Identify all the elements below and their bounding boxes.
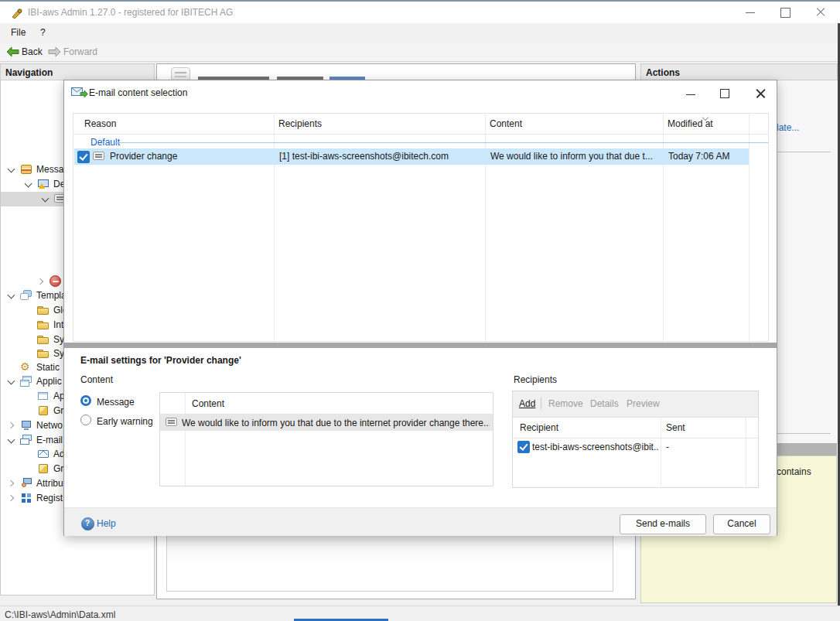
- menu-help[interactable]: ?: [36, 27, 50, 40]
- email-icon: [20, 434, 32, 446]
- message-icon: [166, 416, 178, 428]
- toolbar-separator: [541, 398, 541, 409]
- forward-arrow-icon: [48, 46, 61, 58]
- radio-message-label[interactable]: Message: [97, 397, 135, 408]
- app-window-icon: [37, 390, 50, 402]
- red-minus-icon: [50, 275, 62, 288]
- column-header-content[interactable]: Content: [490, 118, 522, 129]
- folder-icon: [37, 347, 50, 360]
- remove-button[interactable]: Remove: [548, 398, 583, 409]
- column-header-reason[interactable]: Reason: [84, 118, 116, 129]
- radio-message[interactable]: [80, 395, 91, 406]
- expand-chevron-icon[interactable]: [7, 494, 15, 502]
- static-icon: [20, 361, 32, 374]
- dialog-minimize-button[interactable]: [678, 83, 704, 104]
- expand-chevron-icon[interactable]: [7, 421, 15, 429]
- app-window: IBI-aws Admin 1.27.0 - registered for IB…: [0, 0, 840, 621]
- splitter-handle[interactable]: [64, 343, 777, 348]
- send-emails-button[interactable]: Send e-mails: [620, 514, 706, 534]
- navigation-panel-header: Navigation: [0, 63, 155, 80]
- tree-item-label: Templa: [36, 290, 67, 301]
- back-button[interactable]: Back: [22, 46, 43, 57]
- status-bar: C:\IBI-aws\Admin\Data.xml: [0, 606, 840, 621]
- header-divider: [73, 134, 768, 135]
- help-icon[interactable]: [81, 517, 94, 531]
- collapse-chevron-icon[interactable]: [7, 436, 15, 444]
- expand-chevron-icon[interactable]: [7, 479, 15, 487]
- collapse-chevron-icon[interactable]: [7, 292, 15, 299]
- column-divider[interactable]: [749, 114, 750, 343]
- cell-modified: Today 7:06 AM: [668, 151, 748, 162]
- email-selection-icon: [71, 87, 88, 99]
- email-content-selection-dialog: E-mail content selection Reason Recipien…: [63, 80, 777, 536]
- email-reasons-list[interactable]: Reason Recipients Content Modified at De…: [73, 113, 769, 342]
- collapse-chevron-icon[interactable]: [7, 165, 15, 173]
- folder-icon: [37, 304, 50, 316]
- cancel-button[interactable]: Cancel: [713, 514, 770, 534]
- content-table-header[interactable]: Content: [192, 398, 224, 409]
- content-row-text: We would like to inform you that due to …: [182, 418, 490, 428]
- titlebar[interactable]: IBI-aws Admin 1.27.0 - registered for IB…: [0, 2, 840, 23]
- close-button[interactable]: [803, 2, 838, 23]
- minimize-button[interactable]: [733, 2, 768, 23]
- cell-recipients: [1] test-ibi-aws-screenshots@ibitech.com: [279, 151, 483, 162]
- content-group-label: Content: [80, 374, 113, 385]
- tree-item-label: Gr: [53, 463, 63, 474]
- radio-early-warning-label[interactable]: Early warning: [97, 416, 153, 427]
- recipient-sent: -: [666, 442, 743, 452]
- network-icon: [20, 419, 32, 432]
- reason-row-checkbox[interactable]: [77, 151, 90, 163]
- app-icon: [11, 8, 23, 20]
- recipients-table[interactable]: Add Remove Details Preview Recipient Sen…: [512, 391, 759, 488]
- cell-reason: Provider change: [110, 151, 272, 162]
- settings-section-title: E-mail settings for 'Provider change': [80, 355, 241, 366]
- message-icon: [93, 150, 105, 162]
- content-table[interactable]: Content We would like to inform you that…: [159, 392, 493, 486]
- dialog-close-button[interactable]: [747, 83, 773, 104]
- tree-item-label: Regist: [36, 493, 63, 503]
- radio-early-warning[interactable]: [80, 415, 91, 425]
- column-header-recipient[interactable]: Recipient: [520, 422, 558, 433]
- details-button[interactable]: Details: [590, 398, 619, 409]
- tree-item-label: Applic: [36, 376, 62, 387]
- reason-row-provider-change[interactable]: Provider change [1] test-ibi-aws-screens…: [74, 148, 749, 165]
- group-icon: [37, 404, 50, 417]
- registry-icon: [20, 492, 32, 504]
- dialog-maximize-button[interactable]: [712, 83, 738, 104]
- applications-icon: [20, 375, 32, 387]
- tree-item-label: Messa: [36, 164, 63, 175]
- expand-chevron-icon[interactable]: [36, 278, 44, 285]
- collapse-chevron-icon[interactable]: [7, 377, 15, 385]
- preview-button[interactable]: Preview: [627, 398, 660, 409]
- messages-icon: [20, 163, 32, 176]
- menu-bar: File ?: [0, 23, 840, 43]
- navigation-header-label: Navigation: [5, 67, 53, 78]
- column-header-sent[interactable]: Sent: [666, 422, 685, 433]
- monitor-warning-icon: [37, 178, 50, 190]
- recipient-row[interactable]: test-ibi-aws-screenshots@ibit... -: [513, 438, 758, 456]
- column-header-recipients[interactable]: Recipients: [278, 118, 322, 129]
- actions-header-label: Actions: [646, 67, 680, 78]
- menu-file[interactable]: File: [7, 27, 29, 40]
- actions-panel-header: Actions: [640, 63, 838, 80]
- group-header-line: [115, 142, 768, 143]
- collapse-chevron-icon[interactable]: [41, 195, 49, 203]
- help-link[interactable]: Help: [97, 518, 116, 529]
- tree-item-label: Attribu: [36, 478, 63, 489]
- recipient-checkbox[interactable]: [517, 441, 530, 453]
- content-table-divider: [185, 393, 186, 487]
- group-icon: [37, 462, 50, 475]
- dialog-footer: Help Send e-mails Cancel: [64, 507, 777, 536]
- maximize-button[interactable]: [768, 2, 803, 23]
- tree-item-label: E-mail: [36, 435, 63, 445]
- recipients-toolbar: Add Remove Details Preview: [513, 391, 758, 418]
- forward-button[interactable]: Forward: [63, 46, 97, 57]
- window-title: IBI-aws Admin 1.27.0 - registered for IB…: [28, 7, 233, 18]
- collapse-chevron-icon[interactable]: [24, 180, 32, 188]
- tree-item-label: Static: [36, 362, 60, 373]
- envelope-icon: [37, 448, 50, 460]
- recipients-group-label: Recipients: [514, 374, 557, 385]
- add-button[interactable]: Add: [519, 398, 535, 409]
- content-row[interactable]: We would like to inform you that due to …: [160, 415, 493, 431]
- action-link-fragment[interactable]: late...: [777, 122, 799, 133]
